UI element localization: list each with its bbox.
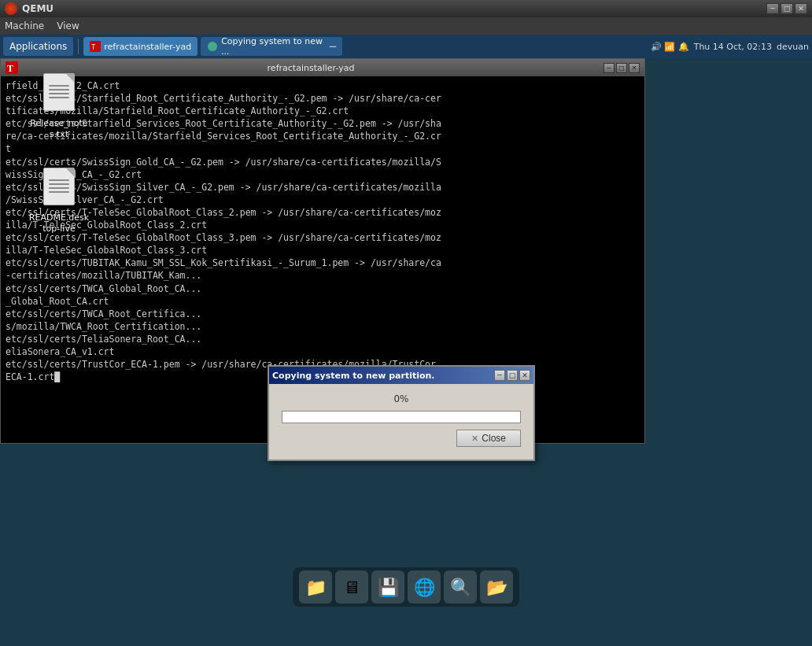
terminal-line: etc/ssl/certs/T-TeleSec_GlobalRoot_Class… [6, 206, 640, 219]
menu-view[interactable]: View [57, 20, 79, 31]
qemu-close-button[interactable]: ✕ [795, 3, 807, 14]
qemu-maximize-button[interactable]: □ [781, 3, 793, 14]
progress-close-btn[interactable]: ✕ Close [456, 430, 521, 447]
terminal-line: etc/ssl/certs/SwissSign_Gold_CA_-_G2.pem… [6, 156, 640, 168]
close-label: Close [482, 433, 506, 444]
task-copying[interactable]: Copying system to new ... ─ [201, 37, 342, 56]
taskbar-datetime: Thu 14 Oct, 02:13 [694, 42, 772, 52]
titlebar-controls: ─ □ ✕ [766, 3, 807, 14]
release-notes-file-icon [43, 73, 75, 111]
terminal-line: etc/ssl/certs/TUBITAK_Kamu_SM_SSL_Kok_Se… [6, 257, 640, 269]
taskbar-separator [78, 39, 79, 54]
progress-maximize-button[interactable]: □ [507, 370, 518, 381]
release-notes-icon-img [40, 69, 78, 115]
dock-folder[interactable]: 📂 [480, 570, 513, 604]
taskbar-icons: 🔊 📶 🔔 [651, 42, 689, 52]
terminal-line: eliaSonera_CA_v1.crt [6, 345, 640, 358]
terminal-line: s/mozilla/TWCA_Root_Certification... [6, 320, 640, 333]
close-icon: ✕ [471, 434, 478, 444]
dock-folder-icon: 📂 [486, 578, 507, 597]
terminal-titlebar: T refractainstaller-yad ─ □ ✕ [1, 59, 644, 76]
file-icon-lines [49, 85, 69, 101]
terminal-maximize-button[interactable]: □ [616, 63, 627, 73]
svg-point-2 [208, 42, 217, 51]
readme-icon-img [40, 164, 78, 209]
terminal-line: wissSign_Gold_CA_-_G2.crt [6, 168, 640, 181]
terminal-line: etc/ssl/certs/T-TeleSec_GlobalRoot_Class… [6, 231, 640, 244]
qemu-minimize-button[interactable]: ─ [766, 3, 779, 14]
bottom-dock: 📁 🖥 💾 🌐 🔍 📂 [293, 567, 519, 607]
terminal-line: etc/ssl/certs/Starfield_Root_Certificate… [6, 92, 640, 105]
readme-file-icon-lines [49, 179, 69, 195]
terminal-close-button[interactable]: ✕ [629, 63, 640, 73]
taskbar-right: 🔊 📶 🔔 Thu 14 Oct, 02:13 devuan [651, 42, 809, 52]
progress-dialog: Copying system to new partition. ─ □ ✕ 0… [268, 365, 535, 461]
task-minimize-icon: ─ [330, 40, 336, 53]
terminal-line: -certificates/mozilla/TUBITAK_Kam... [6, 269, 640, 282]
file-line-3 [49, 93, 69, 94]
progress-dialog-title: Copying system to new partition. [272, 371, 435, 381]
qemu-icon [5, 2, 17, 15]
progress-dialog-controls: ─ □ ✕ [494, 370, 530, 381]
applications-menu[interactable]: Applications [3, 37, 73, 56]
terminal-line: rfield_Class_2_CA.crt [6, 79, 640, 92]
task-label-2: Copying system to new ... [221, 37, 327, 56]
taskbar: Applications T refractainstaller-yad Cop… [0, 35, 812, 58]
desktop: T refractainstaller-yad ─ □ ✕ rfield_Cla… [0, 58, 812, 607]
dock-terminal-icon: 🖥 [343, 578, 360, 597]
dock-files[interactable]: 📁 [299, 570, 332, 604]
dock-files-icon: 📁 [305, 578, 327, 597]
titlebar-left: QEMU [5, 2, 54, 15]
terminal-line: re/ca-certificates/mozilla/Starfield_Ser… [6, 130, 640, 142]
file-line-2 [49, 89, 69, 90]
svg-text:T: T [7, 63, 13, 74]
terminal-line: etc/ssl/certs/TeliaSonera_Root_CA... [6, 333, 640, 345]
readme-file-icon [43, 168, 75, 205]
desktop-icon-readme[interactable]: README.desktop-live [24, 161, 94, 238]
readme-label: README.desktop-live [29, 212, 89, 235]
terminal-line: /SwissSign_Silver_CA_-_G2.crt [6, 194, 640, 206]
terminal-line: tificates/mozilla/Starfield_Root_Certifi… [6, 105, 640, 117]
dock-browser-icon: 🌐 [414, 578, 435, 597]
taskbar-user: devuan [777, 42, 809, 52]
terminal-line: _Global_Root_CA.crt [6, 295, 640, 308]
progress-bar-container [282, 411, 521, 423]
release-notes-label: Release_notes.txt [30, 118, 87, 141]
qemu-title: QEMU [22, 3, 54, 14]
terminal-minimize-button[interactable]: ─ [603, 63, 615, 73]
file-line-1 [49, 85, 69, 87]
terminal-line: etc/ssl/certs/SwissSign_Silver_CA_-_G2.p… [6, 181, 640, 194]
terminal-line: etc/ssl/certs/Starfield_Services_Root_Ce… [6, 117, 640, 130]
desktop-icon-release-notes[interactable]: Release_notes.txt [24, 66, 94, 144]
terminal-app-icon: T [6, 61, 18, 74]
progress-dialog-body: 0% ✕ Close [269, 384, 533, 460]
terminal-line: illa/T-TeleSec_GlobalRoot_Class_3.crt [6, 244, 640, 257]
terminal-line: etc/ssl/certs/TWCA_Global_Root_CA... [6, 282, 640, 295]
dock-browser[interactable]: 🌐 [408, 570, 441, 604]
task-label-1: refractainstaller-yad [104, 42, 191, 52]
svg-text:T: T [91, 43, 96, 51]
task-icon-terminal: T [90, 41, 101, 52]
dock-search-icon: 🔍 [450, 578, 471, 597]
progress-close-button[interactable]: ✕ [519, 370, 530, 381]
applications-label: Applications [9, 41, 67, 52]
terminal-line: illa/T-TeleSec_GlobalRoot_Class_2.crt [6, 219, 640, 231]
menu-bar: Machine View [0, 17, 812, 35]
terminal-title: refractainstaller-yad [18, 63, 603, 73]
dock-search[interactable]: 🔍 [444, 570, 477, 604]
dock-terminal[interactable]: 🖥 [335, 570, 368, 604]
dock-storage[interactable]: 💾 [371, 570, 404, 604]
menu-machine[interactable]: Machine [5, 20, 44, 31]
terminal-win-controls: ─ □ ✕ [603, 63, 640, 73]
readme-line-1 [49, 179, 69, 181]
task-refractainstaller[interactable]: T refractainstaller-yad [83, 37, 197, 56]
progress-minimize-button[interactable]: ─ [494, 370, 505, 381]
readme-line-3 [49, 187, 69, 189]
file-line-4 [49, 97, 69, 98]
readme-line-4 [49, 191, 69, 193]
dock-storage-icon: 💾 [378, 578, 399, 597]
task-icon-copying [207, 41, 218, 52]
progress-percent: 0% [282, 393, 521, 404]
progress-dialog-titlebar: Copying system to new partition. ─ □ ✕ [269, 367, 533, 384]
terminal-line: etc/ssl/certs/TWCA_Root_Certifica... [6, 308, 640, 320]
